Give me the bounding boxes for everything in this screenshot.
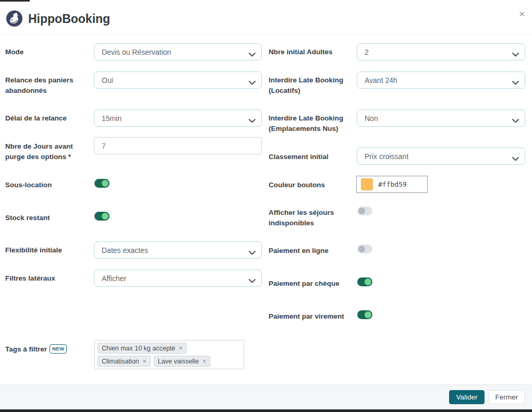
paiement-cheque-toggle[interactable] bbox=[357, 277, 372, 286]
tag-chip: Climatisation × bbox=[98, 356, 151, 367]
remove-tag-icon[interactable]: × bbox=[202, 358, 206, 365]
classement-select-value: Prix croissant bbox=[365, 152, 408, 161]
filtres-select[interactable]: Afficher bbox=[94, 270, 262, 287]
toggle-knob bbox=[102, 180, 108, 187]
flexibilite-label: Flexibilité initiale bbox=[5, 245, 94, 256]
late-nus-select-value: Non bbox=[365, 114, 378, 123]
sejours-toggle[interactable] bbox=[357, 207, 372, 215]
sous-location-label: Sous-location bbox=[5, 180, 94, 190]
color-swatch bbox=[361, 178, 373, 190]
delai-label: Délai de la relance bbox=[5, 113, 94, 124]
paiement-ligne-toggle[interactable] bbox=[357, 245, 372, 253]
chevron-down-icon bbox=[249, 116, 256, 125]
toggle-knob bbox=[365, 311, 371, 318]
filtres-select-value: Afficher bbox=[102, 274, 126, 283]
purge-label: Nbre de Jours avant purge des options * bbox=[5, 141, 94, 163]
purge-input[interactable] bbox=[94, 137, 262, 154]
paiement-virement-label: Paiement par virement bbox=[269, 311, 357, 322]
toggle-knob bbox=[358, 208, 365, 214]
tags-input[interactable]: Chien max 10 kg accepté × Climatisation … bbox=[94, 340, 244, 369]
adultes-select-value: 2 bbox=[365, 48, 369, 56]
chevron-down-icon bbox=[512, 50, 519, 58]
paiement-ligne-label: Paiement en ligne bbox=[269, 246, 357, 256]
late-locatifs-select-value: Avant 24h bbox=[365, 76, 397, 84]
background-page-edge-bottom bbox=[0, 409, 532, 412]
classement-label: Classement initial bbox=[269, 152, 357, 162]
chevron-down-icon bbox=[249, 50, 256, 58]
tags-label: Tags à filtrerNEW bbox=[5, 344, 96, 355]
late-locatifs-label: Interdire Late Booking (Locatifs) bbox=[269, 75, 357, 96]
color-value: #ffbd59 bbox=[378, 180, 407, 188]
toggle-knob bbox=[358, 246, 365, 252]
chevron-down-icon bbox=[512, 116, 519, 125]
sejours-label: Afficher les séjours indisponibles bbox=[269, 208, 357, 229]
paiement-cheque-label: Paiement par chèque bbox=[269, 278, 357, 289]
hippobooking-logo-icon bbox=[6, 10, 22, 27]
sous-location-toggle[interactable] bbox=[94, 179, 110, 188]
remove-tag-icon[interactable]: × bbox=[179, 345, 183, 352]
late-nus-label: Interdire Late Booking (Emplacements Nus… bbox=[269, 113, 357, 135]
paiement-virement-toggle[interactable] bbox=[357, 310, 372, 319]
modal-header: HippoBooking × bbox=[0, 2, 532, 35]
chevron-down-icon bbox=[249, 276, 256, 285]
relance-select-value: Oui bbox=[102, 76, 113, 84]
chevron-down-icon bbox=[249, 78, 256, 87]
flexibilite-select-value: Dates exactes bbox=[102, 246, 148, 255]
remove-tag-icon[interactable]: × bbox=[143, 358, 147, 365]
valider-button[interactable]: Valider bbox=[449, 390, 484, 405]
chevron-down-icon bbox=[512, 154, 519, 163]
close-icon[interactable]: × bbox=[519, 9, 525, 19]
chevron-down-icon bbox=[249, 248, 256, 257]
hippobooking-settings-modal: HippoBooking × Mode Devis ou Réservation… bbox=[0, 0, 532, 412]
late-locatifs-select[interactable]: Avant 24h bbox=[357, 71, 525, 89]
mode-select[interactable]: Devis ou Réservation bbox=[94, 43, 262, 60]
adultes-select[interactable]: 2 bbox=[357, 43, 525, 60]
late-nus-select[interactable]: Non bbox=[357, 110, 525, 127]
filtres-label: Filtres latéraux bbox=[5, 273, 94, 284]
relance-select[interactable]: Oui bbox=[94, 71, 262, 89]
couleur-picker[interactable]: #ffbd59 bbox=[356, 176, 428, 193]
stock-restant-toggle[interactable] bbox=[94, 212, 110, 221]
delai-select-value: 15min bbox=[102, 114, 122, 123]
toggle-knob bbox=[365, 278, 371, 285]
tag-chip: Chien max 10 kg accepté × bbox=[98, 343, 187, 354]
classement-select[interactable]: Prix croissant bbox=[357, 148, 525, 165]
relance-label: Relance des paniers abandonnés bbox=[5, 75, 94, 96]
couleur-label: Couleur boutons bbox=[269, 180, 357, 190]
new-badge: NEW bbox=[50, 344, 67, 354]
modal-title: HippoBooking bbox=[28, 12, 110, 26]
mode-select-value: Devis ou Réservation bbox=[102, 48, 171, 56]
toggle-knob bbox=[102, 213, 108, 220]
chevron-down-icon bbox=[512, 78, 519, 87]
fermer-button[interactable]: Fermer bbox=[489, 390, 525, 405]
tag-chip: Lave vaisselle × bbox=[154, 356, 211, 367]
flexibilite-select[interactable]: Dates exactes bbox=[94, 241, 262, 259]
stock-restant-label: Stock restant bbox=[5, 213, 94, 223]
adultes-label: Nbre initial Adultes bbox=[269, 47, 357, 57]
mode-label: Mode bbox=[5, 47, 94, 57]
modal-footer: Valider Fermer bbox=[0, 384, 532, 409]
delai-select[interactable]: 15min bbox=[94, 110, 262, 127]
